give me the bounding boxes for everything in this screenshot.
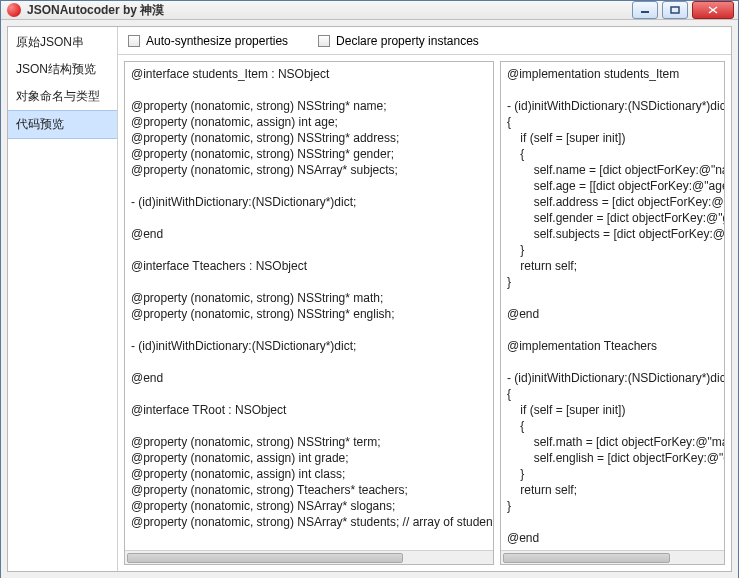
window-title: JSONAutocoder by 神漠 — [27, 2, 164, 19]
footer: Previous Next — [7, 572, 732, 578]
app-window: JSONAutocoder by 神漠 原始JSON串 JSON结构预览 对象命… — [0, 0, 739, 578]
sidebar: 原始JSON串 JSON结构预览 对象命名与类型 代码预览 — [8, 27, 118, 571]
h-scrollbar-left[interactable] — [125, 550, 493, 564]
options-bar: Auto-synthesize properties Declare prope… — [118, 27, 731, 55]
content: 原始JSON串 JSON结构预览 对象命名与类型 代码预览 Auto-synth… — [1, 20, 738, 578]
svg-rect-1 — [671, 7, 679, 13]
header-code-pane: @interface students_Item : NSObject @pro… — [124, 61, 494, 565]
sidebar-item-json-struct[interactable]: JSON结构预览 — [8, 56, 117, 83]
title-bar: JSONAutocoder by 神漠 — [1, 1, 738, 20]
checkbox-icon — [318, 35, 330, 47]
maximize-button[interactable] — [662, 1, 688, 19]
close-button[interactable] — [692, 1, 734, 19]
sidebar-item-code-preview[interactable]: 代码预览 — [8, 110, 117, 139]
h-scrollbar-right[interactable] — [501, 550, 724, 564]
content-inner: 原始JSON串 JSON结构预览 对象命名与类型 代码预览 Auto-synth… — [7, 26, 732, 572]
auto-synth-checkbox[interactable]: Auto-synthesize properties — [128, 34, 288, 48]
auto-synth-label: Auto-synthesize properties — [146, 34, 288, 48]
impl-code-pane: @implementation students_Item - (id)init… — [500, 61, 725, 565]
header-code[interactable]: @interface students_Item : NSObject @pro… — [125, 62, 493, 550]
scrollbar-thumb[interactable] — [127, 553, 403, 563]
impl-code[interactable]: @implementation students_Item - (id)init… — [501, 62, 724, 550]
sidebar-item-naming[interactable]: 对象命名与类型 — [8, 83, 117, 110]
code-panes: @interface students_Item : NSObject @pro… — [118, 55, 731, 571]
close-icon — [708, 6, 718, 14]
minimize-button[interactable] — [632, 1, 658, 19]
main: Auto-synthesize properties Declare prope… — [118, 27, 731, 571]
app-icon — [7, 3, 21, 17]
minimize-icon — [640, 6, 650, 14]
checkbox-icon — [128, 35, 140, 47]
declare-inst-label: Declare property instances — [336, 34, 479, 48]
scrollbar-thumb[interactable] — [503, 553, 670, 563]
sidebar-item-raw-json[interactable]: 原始JSON串 — [8, 29, 117, 56]
splitter-handle[interactable] — [493, 313, 494, 319]
declare-inst-checkbox[interactable]: Declare property instances — [318, 34, 479, 48]
maximize-icon — [670, 6, 680, 14]
